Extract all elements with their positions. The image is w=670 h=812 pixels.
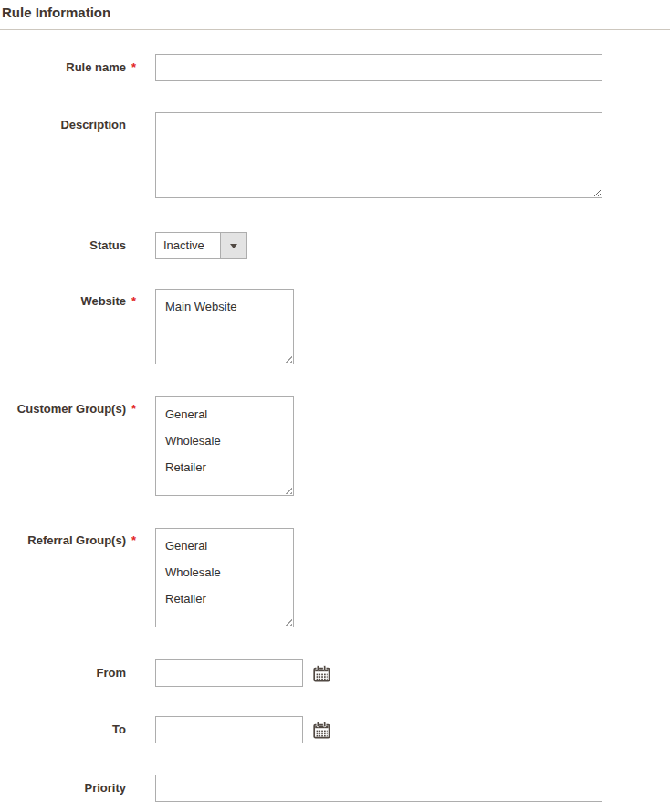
website-multiselect[interactable]: Main Website — [155, 289, 294, 364]
customer-group-option[interactable]: General — [156, 401, 293, 427]
status-select[interactable]: Inactive — [155, 232, 247, 259]
from-calendar-button[interactable] — [313, 665, 330, 682]
rule-information-form: Rule name * Description Status Inactive — [0, 30, 670, 802]
calendar-icon — [313, 665, 330, 682]
website-option[interactable]: Main Website — [156, 293, 293, 320]
resize-grip[interactable] — [283, 485, 292, 494]
website-row: Website * Main Website — [0, 289, 670, 364]
description-row: Description — [0, 112, 670, 198]
customer-group-option[interactable]: Wholesale — [156, 427, 293, 454]
resize-grip[interactable] — [283, 617, 292, 626]
from-date-input[interactable] — [155, 659, 303, 687]
customer-groups-label: Customer Group(s) — [0, 396, 126, 417]
rule-information-section: Rule Information Rule name * Description… — [0, 0, 670, 802]
referral-groups-label: Referral Group(s) — [0, 528, 126, 548]
rule-name-label: Rule name — [0, 60, 126, 75]
status-select-value: Inactive — [156, 233, 220, 258]
required-asterisk: * — [126, 60, 136, 75]
required-asterisk: * — [126, 528, 136, 548]
description-label: Description — [0, 112, 126, 132]
required-asterisk: * — [126, 396, 136, 417]
from-label: From — [0, 666, 126, 680]
website-label: Website — [0, 289, 126, 309]
status-row: Status Inactive — [0, 232, 670, 259]
customer-groups-row: Customer Group(s) * General Wholesale Re… — [0, 396, 670, 496]
referral-group-option[interactable]: Wholesale — [156, 559, 293, 585]
resize-grip[interactable] — [283, 353, 292, 363]
required-asterisk: * — [126, 289, 136, 309]
referral-groups-multiselect[interactable]: General Wholesale Retailer — [155, 528, 294, 627]
status-label: Status — [0, 238, 126, 253]
calendar-icon — [313, 722, 330, 739]
caret-down-icon — [230, 244, 237, 248]
rule-name-input[interactable] — [155, 54, 602, 81]
priority-input[interactable] — [155, 775, 602, 802]
customer-group-option[interactable]: Retailer — [156, 454, 293, 480]
priority-label: Priority — [0, 781, 126, 796]
referral-group-option[interactable]: General — [156, 533, 293, 559]
from-row: From — [0, 659, 670, 687]
spacer — [126, 112, 131, 118]
status-select-arrow-button[interactable] — [220, 233, 246, 258]
referral-group-option[interactable]: Retailer — [156, 585, 293, 612]
to-date-input[interactable] — [155, 716, 303, 743]
description-textarea[interactable] — [155, 112, 602, 198]
section-title: Rule Information — [0, 5, 670, 30]
rule-name-row: Rule name * — [0, 54, 670, 81]
referral-groups-row: Referral Group(s) * General Wholesale Re… — [0, 528, 670, 627]
to-label: To — [0, 722, 126, 737]
to-calendar-button[interactable] — [313, 722, 330, 739]
customer-groups-multiselect[interactable]: General Wholesale Retailer — [155, 396, 294, 496]
priority-row: Priority — [0, 775, 670, 802]
to-row: To — [0, 716, 670, 743]
